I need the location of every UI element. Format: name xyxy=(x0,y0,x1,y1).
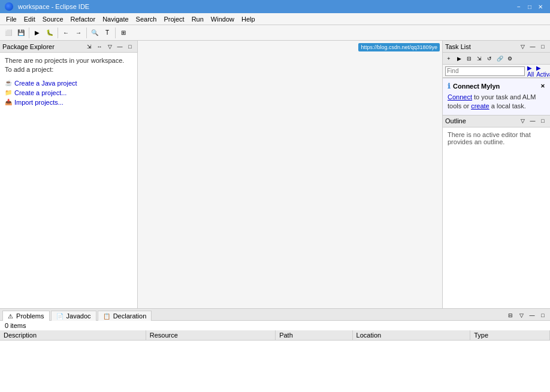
outline-panel: Outline ▽ — □ There is no active editor … xyxy=(443,116,550,308)
menu-navigate[interactable]: Navigate xyxy=(99,14,132,24)
maximize-button[interactable]: □ xyxy=(525,2,534,11)
task-filter-button[interactable]: ⊟ xyxy=(464,54,474,63)
java-project-icon: ☕ xyxy=(5,80,12,86)
col-description: Description xyxy=(0,330,146,341)
content-area: Package Explorer ⇲ ↔ ▽ — □ There are no … xyxy=(0,41,550,308)
connect-mylyn-title-text: Connect Mylyn xyxy=(453,83,500,90)
project-icon: 📁 xyxy=(5,89,12,96)
menu-source[interactable]: Source xyxy=(39,14,67,24)
maximize-panel-button[interactable]: □ xyxy=(125,42,135,51)
search-button[interactable]: 🔍 xyxy=(89,27,101,39)
toolbar-separator-4 xyxy=(115,28,116,38)
outline-title: Outline xyxy=(445,117,466,124)
tab-problems[interactable]: ⚠ Problems xyxy=(2,311,50,321)
menu-project[interactable]: Project xyxy=(160,14,188,24)
bottom-maximize-button[interactable]: □ xyxy=(538,311,548,320)
bottom-panel: ⚠ Problems 📄 Javadoc 📋 Declaration ⊟ ▽ —… xyxy=(0,308,550,392)
connect-mylyn-title-row: ℹ Connect Mylyn ✕ xyxy=(448,82,545,90)
package-explorer-panel: Package Explorer ⇲ ↔ ▽ — □ There are no … xyxy=(0,41,138,308)
tab-declaration[interactable]: 📋 Declaration xyxy=(98,311,152,321)
bottom-filter-button[interactable]: ⊟ xyxy=(506,311,515,320)
col-type: Type xyxy=(470,330,550,341)
bottom-menu-button[interactable]: ▽ xyxy=(516,311,526,320)
task-view-menu-button[interactable]: ▽ xyxy=(518,42,527,51)
create-project-link[interactable]: 📁 Create a project... xyxy=(5,89,132,96)
col-resource: Resource xyxy=(146,330,275,341)
task-collapse-button[interactable]: ⇲ xyxy=(475,54,484,63)
main-container: Package Explorer ⇲ ↔ ▽ — □ There are no … xyxy=(0,41,550,392)
close-button[interactable]: ✕ xyxy=(536,2,545,11)
bottom-tabs[interactable]: ⚠ Problems 📄 Javadoc 📋 Declaration ⊟ ▽ —… xyxy=(0,309,550,321)
toolbar-separator-1 xyxy=(29,28,29,38)
connect-mylyn-panel: ℹ Connect Mylyn ✕ Connect to your task a… xyxy=(443,78,550,116)
import-projects-link[interactable]: 📥 Import projects... xyxy=(5,99,132,106)
menu-bar: File Edit Source Refactor Navigate Searc… xyxy=(0,13,550,25)
task-maximize-button[interactable]: □ xyxy=(538,42,548,51)
outline-tools[interactable]: ▽ — □ xyxy=(518,116,548,126)
title-bar-controls[interactable]: − □ ✕ xyxy=(514,2,545,11)
editor-area: https://blog.csdn.net/qq31809ye xyxy=(138,41,442,308)
menu-file[interactable]: File xyxy=(2,14,20,24)
create-task-link[interactable]: create xyxy=(471,102,489,110)
menu-window[interactable]: Window xyxy=(207,14,238,24)
table-header-row: Description Resource Path Location Type xyxy=(0,330,550,341)
connect-link[interactable]: Connect xyxy=(448,93,472,101)
menu-edit[interactable]: Edit xyxy=(20,14,39,24)
forward-button[interactable]: → xyxy=(72,27,84,39)
bottom-minimize-button[interactable]: — xyxy=(527,311,537,320)
task-minimize-button[interactable]: — xyxy=(528,42,537,51)
task-search-area[interactable]: ▶ All ▶ Activat... xyxy=(443,65,550,78)
menu-help[interactable]: Help xyxy=(238,14,259,24)
task-sync-button[interactable]: ↺ xyxy=(485,54,494,63)
outline-menu-button[interactable]: ▽ xyxy=(518,116,527,126)
minimize-panel-button[interactable]: — xyxy=(115,42,125,51)
menu-refactor[interactable]: Refactor xyxy=(67,14,99,24)
problems-icon: ⚠ xyxy=(8,313,13,320)
run-button[interactable]: ▶ xyxy=(31,27,43,39)
col-location: Location xyxy=(352,330,470,341)
task-toolbar: + ▶ ⊟ ⇲ ↺ 🔗 ⚙ xyxy=(443,53,550,65)
task-activate-label[interactable]: ▶ Activat... xyxy=(536,65,550,78)
package-explorer-tools[interactable]: ⇲ ↔ ▽ — □ xyxy=(84,42,135,51)
javadoc-icon: 📄 xyxy=(56,313,64,320)
toolbar: ⬜ 💾 ▶ 🐛 ← → 🔍 T ⊞ xyxy=(0,25,550,41)
no-projects-message: There are no projects in your workspace.… xyxy=(5,56,132,75)
task-list-tools[interactable]: ▽ — □ xyxy=(518,42,548,51)
connect-mylyn-close[interactable]: ✕ xyxy=(540,83,545,89)
title-bar-left: workspace - Eclipse IDE xyxy=(5,2,89,11)
task-repo-button[interactable]: 🔗 xyxy=(495,54,504,63)
task-activate-button[interactable]: ▶ xyxy=(454,54,464,63)
outline-minimize-button[interactable]: — xyxy=(528,116,537,126)
perspective-button[interactable]: ⊞ xyxy=(117,27,129,39)
task-new-button[interactable]: + xyxy=(444,54,454,63)
watermark: https://blog.csdn.net/qq31809ye xyxy=(358,43,440,51)
javadoc-tab-label: Javadoc xyxy=(67,312,91,320)
declaration-icon: 📋 xyxy=(103,313,110,320)
save-button[interactable]: 💾 xyxy=(15,27,27,39)
view-menu-button[interactable]: ▽ xyxy=(105,42,114,51)
back-button[interactable]: ← xyxy=(60,27,72,39)
open-type-button[interactable]: T xyxy=(101,27,113,39)
problems-table-element: Description Resource Path Location Type xyxy=(0,330,550,341)
create-java-project-link[interactable]: ☕ Create a Java project xyxy=(5,80,132,87)
menu-search[interactable]: Search xyxy=(132,14,161,24)
new-button[interactable]: ⬜ xyxy=(2,27,14,39)
window-title: workspace - Eclipse IDE xyxy=(18,3,89,10)
task-search-input[interactable] xyxy=(445,66,525,76)
col-path: Path xyxy=(276,330,352,341)
task-all-label[interactable]: ▶ All xyxy=(527,65,534,78)
problems-tab-label: Problems xyxy=(16,312,44,320)
minimize-button[interactable]: − xyxy=(514,2,524,11)
eclipse-icon xyxy=(5,2,13,11)
create-project-label: Create a project... xyxy=(14,89,67,96)
outline-maximize-button[interactable]: □ xyxy=(538,116,548,126)
tab-javadoc[interactable]: 📄 Javadoc xyxy=(51,311,96,321)
menu-run[interactable]: Run xyxy=(188,14,207,24)
link-with-editor-button[interactable]: ↔ xyxy=(95,42,104,51)
debug-button[interactable]: 🐛 xyxy=(44,27,56,39)
import-projects-label: Import projects... xyxy=(14,99,64,106)
toolbar-separator-2 xyxy=(58,28,58,38)
outline-content: There is no active editor that provides … xyxy=(443,127,550,149)
task-settings-button[interactable]: ⚙ xyxy=(505,54,515,63)
collapse-all-button[interactable]: ⇲ xyxy=(84,42,94,51)
